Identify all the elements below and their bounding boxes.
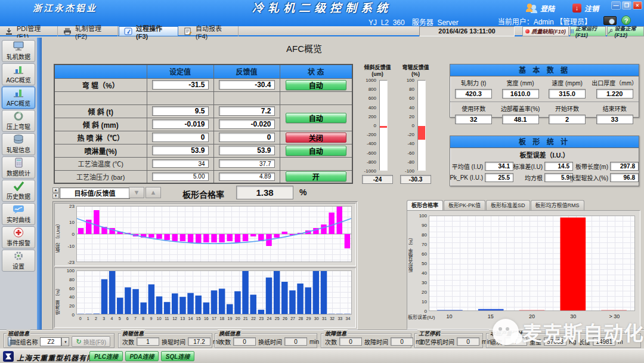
pass-rate-unit: % (299, 187, 306, 197)
plc-connect-button[interactable]: PLC连接 (89, 351, 123, 361)
feedback-value: -0.020 (219, 119, 275, 129)
time-value: 0 (391, 337, 413, 346)
gauge-icon (124, 27, 132, 35)
report-icon (184, 27, 192, 35)
field-value: 14.5 (544, 162, 573, 171)
chart-plot-area (76, 270, 352, 315)
chevron-down-icon[interactable]: ▼ (61, 337, 69, 346)
titlebar-tools: ? (603, 16, 631, 25)
setpoint-value: 5.00 (152, 173, 209, 181)
fault-info-group: 故障信息 次数0 故障时间0 min (321, 333, 411, 348)
sidebar-item-afc[interactable]: AFC概览 (2, 87, 35, 109)
tab-pk-pk[interactable]: 板形PK-PK值 (444, 200, 485, 210)
check-icon (12, 181, 25, 191)
sidebar-item-mill-data[interactable]: 轧机数据 (2, 40, 35, 62)
tab-pdi[interactable]: PDI管理(F1) (0, 26, 58, 36)
status-button[interactable]: 自动 (286, 146, 346, 156)
pass-count-value: 7 (504, 337, 527, 346)
basic-data-panel: 基 本 数 据 轧制力 (t)420.3 宽度 (mm)1610.0 速度 (m… (450, 64, 639, 118)
tab-pass-rate[interactable]: 板形合格率 (407, 200, 443, 210)
panel-title: 基 本 数 据 (450, 64, 639, 76)
field-value: 2 (549, 115, 586, 124)
app-window: 浙江永杰铝业 冷轧机二级控制系统 登陆 ↓ 注销 — ❐ × YJ_L2_360… (0, 0, 644, 363)
status-button[interactable]: 自动 (286, 113, 346, 123)
shape-histogram-section: 板形合格率 板形PK-PK值 板形标准差SD 板形均方根值RMS 板形合格率（%… (407, 200, 640, 330)
triangle-up-button[interactable]: ▲ (145, 187, 161, 198)
spinner-up-icon[interactable]: ▲ (52, 187, 59, 193)
restore-icon[interactable]: ❐ (622, 1, 631, 10)
sidebar-item-statistics[interactable]: 数据统计 (2, 156, 35, 179)
sidebar-item-history[interactable]: 历史数据 (2, 180, 35, 202)
count-value: 0 (233, 337, 256, 346)
footer-bar: 上海天重重型机器有限公司 PLC连接 PDA连接 SQL连接 (0, 349, 644, 363)
login-button[interactable]: 登陆 (525, 3, 555, 13)
sidebar-item-agc[interactable]: AGC概览 (2, 63, 35, 85)
tab-sd[interactable]: 板形标准差SD (486, 200, 530, 210)
tab-rolling[interactable]: 轧制管理(F2) (58, 26, 118, 36)
help-icon[interactable]: ? (621, 16, 631, 25)
normal-run-button[interactable]: 正常运行(F11) (570, 26, 606, 36)
count-value: 0 (339, 337, 362, 346)
target-feedback-selector[interactable]: ▲▼ 目标值/反馈值 (52, 187, 130, 199)
field-value: 297.8 (610, 162, 639, 171)
triangle-down-button[interactable]: ▼ (129, 187, 144, 198)
col-header-setpoint: 设定值 (147, 64, 213, 78)
download-icon (5, 27, 13, 35)
gauge-readout: -30.3 (400, 175, 431, 184)
sidebar-item-roll-info[interactable]: 轧辊信息 (2, 133, 35, 155)
tilt-feedback-gauge: 倾斜反馈值 (um) 10008006004002000-200-400-600… (359, 63, 396, 184)
status-button[interactable]: 关闭 (286, 133, 346, 143)
table-row: 弯 辊（%） -31.5 -30.4 自动 (54, 78, 352, 91)
tab-process[interactable]: 过程操作(F3) (119, 26, 178, 36)
sidebar-item-bending[interactable]: 压上弯辊 (2, 110, 35, 132)
spinner-down-icon[interactable]: ▼ (52, 193, 59, 199)
weight-value: 57663 (544, 337, 566, 346)
status-button[interactable]: 自动 (286, 80, 346, 90)
pass-rate-label: 板形合格率 (182, 188, 224, 200)
bar-chart-icon (12, 64, 25, 75)
monitor-icon (12, 41, 25, 51)
y-axis-label: 喷淋量 （%） (55, 273, 62, 327)
shape-stats-panel: 板 形 统 计 板型误差（I.U.） 平均值 (I.U)34.1 标准差(I.U… (450, 136, 639, 186)
table-row: 热 喷 淋（℃） 0 0 关闭 (54, 131, 352, 144)
close-icon[interactable]: × (633, 1, 642, 10)
red-dot-icon (525, 29, 530, 33)
length-value: 14981 (593, 337, 615, 346)
field-value: 96.8 (610, 173, 639, 182)
status-button[interactable]: 开 (286, 171, 346, 182)
device-normal-button[interactable]: 设备正常(F12) (607, 26, 644, 36)
field-value: 48.1 (502, 115, 539, 124)
roll-change-group: 换辊信息 次数1 换辊时间17.2 min (118, 333, 212, 348)
feedback-value: 0 (219, 133, 275, 142)
feedback-value: 7.2 (219, 106, 275, 116)
shift-select[interactable]: Z2▼ (40, 337, 69, 346)
feedback-value: 4.89 (219, 173, 275, 181)
sidebar-item-alarms[interactable]: 事件报警 (2, 226, 35, 248)
pass-rate-value: 1.38 (236, 186, 293, 199)
table-row: 喷淋量(%) 53.9 53.9 自动 (54, 144, 352, 157)
y-axis-ticks: 020406080100 (62, 270, 75, 315)
change-shift-button[interactable]: ↻换班(F9) (72, 336, 110, 347)
setpoint-value: 53.9 (152, 146, 209, 155)
tab-rms[interactable]: 板形均方根值RMS (531, 200, 584, 210)
panel-title: 板 形 统 计 (450, 136, 639, 148)
company-logo-icon (3, 351, 14, 362)
screenshot-icon[interactable] (603, 16, 617, 25)
feedback-value: 37.7 (219, 159, 275, 168)
bend-feedback-gauge: 弯辊反馈值 (%) 100806040200-20-40-60-80-100 -… (397, 63, 434, 184)
sidebar-item-realtime-curve[interactable]: 实时曲线 (2, 203, 35, 225)
table-row (54, 91, 352, 104)
col-header-blank (54, 64, 147, 78)
quality-defect-button[interactable]: 质量缺陷(F10) (522, 26, 569, 36)
logout-button[interactable]: ↓ 注销 (572, 3, 599, 13)
field-value: 34.1 (485, 162, 513, 171)
panel-subtitle: 板型误差（I.U.） (450, 148, 639, 160)
roll-ring-icon (12, 111, 25, 121)
paper-change-group: 换纸信息 次数0 换纸时间0 min (215, 333, 317, 348)
field-value: 420.3 (455, 89, 492, 99)
sql-connect-button[interactable]: SQL连接 (161, 351, 194, 361)
minimize-icon[interactable]: — (611, 1, 621, 10)
pda-connect-button[interactable]: PDA连接 (125, 351, 159, 361)
tab-report[interactable]: 自动报表(F4) (179, 26, 239, 36)
sidebar-item-settings[interactable]: 设置 (2, 250, 35, 272)
